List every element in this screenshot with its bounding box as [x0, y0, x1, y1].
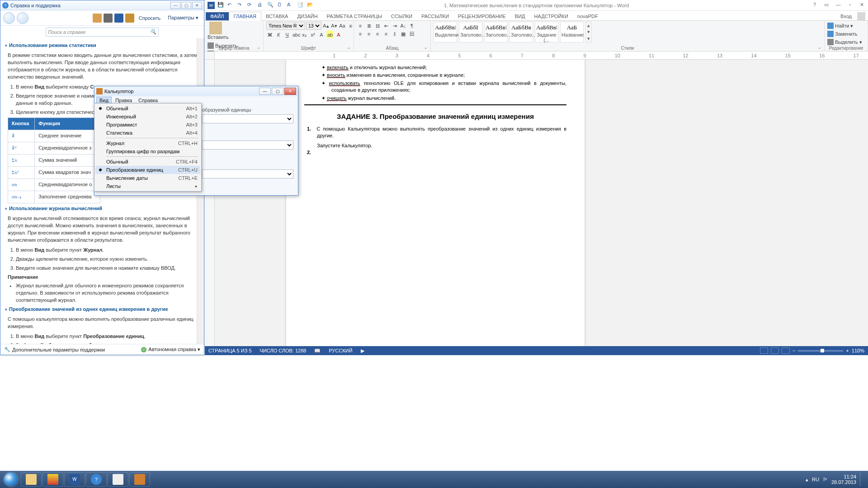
tab-review[interactable]: РЕЦЕНЗИРОВАНИЕ [453, 12, 510, 20]
menu-item-unit-conversion[interactable]: Преобразование единицCTRL+U [95, 166, 200, 174]
taskbar-item[interactable] [108, 472, 128, 487]
home-icon[interactable] [93, 14, 102, 23]
document-page[interactable]: включать и отключать журнал вычислений; … [286, 60, 585, 346]
tab-home[interactable]: ГЛАВНАЯ [229, 12, 261, 21]
bold-icon[interactable]: Ж [266, 31, 274, 38]
more-support-link[interactable]: Дополнительные параметры поддержки [12, 347, 105, 352]
word-minimize-button[interactable]: — [835, 2, 842, 9]
calc-minimize-button[interactable]: — [259, 88, 271, 95]
tray-language[interactable]: RU [812, 477, 819, 482]
section-statistics-head[interactable]: Использование режима статистики [5, 42, 199, 49]
menu-item-history[interactable]: ЖурналCTRL+H [95, 139, 200, 147]
menu-edit[interactable]: Правка [113, 97, 135, 103]
font-color-icon[interactable]: A [335, 31, 342, 38]
search-icon[interactable]: 🔍 [150, 29, 156, 35]
sign-in-link[interactable]: Вход [837, 12, 855, 20]
menu-item-programmer[interactable]: ПрограммистAlt+3 [95, 121, 200, 129]
menu-item-statistics[interactable]: СтатистикаAlt+4 [95, 129, 200, 137]
help-search-input[interactable]: Поиск в справке 🔍 [46, 28, 159, 37]
paste-button[interactable]: Вставить [208, 22, 224, 40]
zoom-slider[interactable] [798, 350, 843, 352]
tab-file[interactable]: ФАЙЛ [206, 12, 229, 20]
multilevel-icon[interactable]: ⊟ [374, 22, 381, 29]
taskbar-item-help[interactable]: ? [86, 472, 107, 487]
forward-button[interactable] [17, 12, 28, 24]
style-tile[interactable]: АаБбВвГВыделение [434, 22, 457, 42]
calc-maximize-button[interactable]: ▢ [272, 88, 283, 95]
section-convert-head[interactable]: Преобразование значений из одних единиц … [5, 306, 199, 313]
menu-item-standard[interactable]: ОбычныйAlt+1 [95, 104, 200, 113]
menu-item-worksheets[interactable]: Листы [95, 182, 200, 190]
style-tile[interactable]: АаБбВвЗаголово... [509, 22, 533, 42]
new-doc-icon[interactable]: 🗋 [277, 2, 284, 9]
tray-flag-icon[interactable]: 🏳 [823, 477, 828, 482]
calc-titlebar[interactable]: Калькулятор — ▢ ✕ [94, 86, 298, 96]
help-close-button[interactable]: ✕ [192, 2, 202, 9]
show-marks-icon[interactable]: ¶ [408, 22, 415, 29]
tab-references[interactable]: ССЫЛКИ [387, 12, 417, 20]
dialog-launcher-icon[interactable]: ⌐ [348, 46, 353, 51]
qat-icon[interactable]: 🖨 [257, 2, 264, 9]
taskbar-item[interactable] [42, 472, 63, 487]
tab-addins[interactable]: НАДСТРОЙКИ [530, 12, 573, 20]
style-tile[interactable]: АаБбІЗаголово... [459, 22, 482, 42]
line-spacing-icon[interactable]: ‡ [391, 30, 398, 37]
increase-indent-icon[interactable]: ⇥ [391, 22, 398, 29]
offline-help-link[interactable]: Автономная справка ▾ [148, 347, 200, 352]
help-icon[interactable]: ? [811, 2, 818, 9]
print-icon[interactable] [104, 14, 113, 23]
help-minimize-button[interactable]: — [170, 2, 180, 9]
text-effects-icon[interactable]: A [318, 31, 325, 38]
change-case-icon[interactable]: Aa [339, 22, 346, 29]
view-print-icon[interactable] [771, 347, 779, 354]
unit-to-select[interactable] [202, 169, 293, 178]
numbering-icon[interactable]: ≣ [365, 22, 373, 29]
tab-insert[interactable]: ВСТАВКА [261, 12, 292, 20]
align-left-icon[interactable]: ≡ [357, 30, 364, 37]
tab-design[interactable]: ДИЗАЙН [292, 12, 322, 20]
options-link[interactable]: Параметры ▾ [165, 14, 201, 22]
status-words[interactable]: ЧИСЛО СЛОВ: 1288 [260, 348, 307, 353]
taskbar-item-calculator[interactable] [129, 472, 150, 487]
show-desktop-button[interactable] [860, 473, 863, 486]
subscript-icon[interactable]: x₂ [301, 31, 308, 38]
tab-mailings[interactable]: РАССЫЛКИ [417, 12, 453, 20]
dialog-launcher-icon[interactable]: ⌐ [425, 46, 429, 51]
shrink-font-icon[interactable]: A▾ [330, 22, 338, 29]
find-button[interactable]: Найти ▾ [827, 22, 862, 30]
strike-icon[interactable]: abc [292, 31, 299, 38]
menu-item-date-calc[interactable]: Вычисление датыCTRL+E [95, 174, 200, 182]
save-icon[interactable]: 💾 [217, 2, 225, 9]
horizontal-ruler[interactable]: 1234567891011121314151617 [205, 52, 868, 60]
help-titlebar[interactable]: ? Справка и поддержка — ▢ ✕ [0, 0, 204, 10]
font-size-select[interactable]: 13 [306, 22, 321, 30]
select-button[interactable]: Выделить ▾ [827, 38, 862, 46]
view-web-icon[interactable] [782, 347, 790, 354]
dialog-launcher-icon[interactable]: ⌐ [819, 46, 823, 51]
taskbar-item-explorer[interactable] [21, 472, 42, 487]
unit-from-select[interactable] [202, 141, 293, 150]
sort-icon[interactable]: A↓ [400, 22, 407, 29]
word-app-icon[interactable]: W [208, 2, 215, 9]
clear-format-icon[interactable]: ⚹ [347, 22, 354, 29]
borders-icon[interactable]: 田 [408, 30, 415, 37]
zoom-plus-icon[interactable]: + [846, 348, 849, 353]
shading-icon[interactable]: ▦ [400, 30, 407, 37]
word-close-button[interactable]: ✕ [858, 2, 865, 9]
status-proofing-icon[interactable]: 📖 [314, 348, 321, 354]
section-history-head[interactable]: Использование журнала вычислений [5, 205, 199, 212]
start-button[interactable] [2, 472, 20, 487]
tab-novapdf[interactable]: novaPDF [573, 12, 603, 20]
styles-more-button[interactable]: ▴▾▾ [585, 22, 592, 42]
align-center-icon[interactable]: ≡ [365, 30, 373, 37]
decrease-indent-icon[interactable]: ⇤ [382, 22, 390, 29]
tab-view[interactable]: ВИД [510, 12, 530, 20]
open-icon[interactable]: 📂 [307, 2, 314, 9]
italic-icon[interactable]: К [275, 31, 282, 38]
grow-font-icon[interactable]: A▴ [322, 22, 330, 29]
browse-icon[interactable] [114, 14, 123, 23]
status-page[interactable]: СТРАНИЦА 5 ИЗ 5 [208, 348, 252, 353]
undo-icon[interactable]: ↶ [227, 2, 235, 9]
highlight-icon[interactable]: ab [326, 31, 334, 38]
status-macro-icon[interactable]: ▶ [361, 348, 364, 354]
